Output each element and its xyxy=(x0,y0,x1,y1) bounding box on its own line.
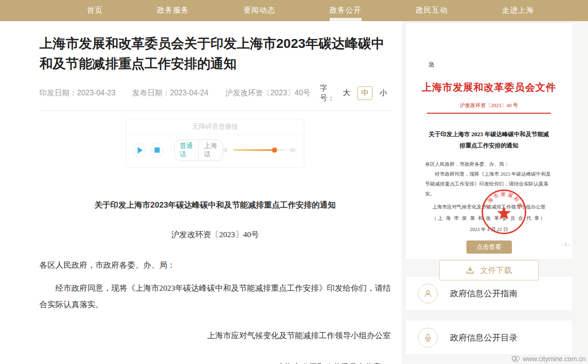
audio-player-controls: 普通话 上海话 xyxy=(126,134,304,167)
gov-info-catalog-label: 政府信息公开目录 xyxy=(450,332,518,343)
print-date: 印发日期：2023-04-23 xyxy=(39,88,116,98)
page-title: 上海市发展和改革委员会关于印发上海市2023年碳达峰碳中和及节能减排重点工作安排… xyxy=(39,33,391,74)
volume-slider[interactable] xyxy=(233,149,285,151)
nav-item-news[interactable]: 要闻动态 xyxy=(243,0,275,21)
download-label: 文件下载 xyxy=(480,265,512,276)
nav-item-home[interactable]: 首页 xyxy=(87,0,103,21)
letterhead-divider xyxy=(427,113,551,114)
nav-item-gov-disclosure[interactable]: 政务公开 xyxy=(330,0,362,21)
play-button[interactable] xyxy=(134,143,145,157)
stop-button[interactable] xyxy=(151,143,162,157)
document-title: 关于印发上海市2023年碳达峰碳中和及节能减排重点工作安排的通知 xyxy=(39,200,391,210)
doc-number-meta: 沪发改环资〔2023〕40号 xyxy=(225,88,310,98)
download-icon xyxy=(466,266,474,274)
person-icon xyxy=(418,284,438,303)
volume-handle[interactable] xyxy=(272,147,277,153)
meta-divider xyxy=(39,110,391,111)
letterhead-doc-number: 沪发改环资〔2023〕40 号 xyxy=(405,102,573,109)
nav-item-services[interactable]: 政务服务 xyxy=(157,0,189,21)
body-paragraph: 经市政府同意，现将《上海市2023年碳达峰碳中和及节能减排重点工作安排》印发给你… xyxy=(39,280,391,313)
document-preview-card: 急 上海市发展和改革委员会文件 沪发改环资〔2023〕40 号 关于印发上海市 … xyxy=(405,23,573,260)
microphone-icon xyxy=(418,328,438,348)
official-seal-icon: 上海市发展和改革委员会 xyxy=(480,188,527,235)
article-panel: 上海市发展和改革委员会关于印发上海市2023年碳达峰碳中和及节能减排重点工作安排… xyxy=(0,21,402,364)
volume-up-icon xyxy=(289,147,296,154)
font-size-control: 字号： 大 中 小 xyxy=(320,84,391,103)
preview-salutation: 各区人民政府，市政府各委、办、局： xyxy=(425,159,553,169)
signer-office: 上海市应对气候变化及节能减排工作领导小组办公室 xyxy=(39,330,391,341)
audio-player-title: 无障碍语音播报 xyxy=(126,119,304,134)
lang-shanghainese-tab[interactable]: 上海话 xyxy=(199,140,223,161)
salutation: 各区人民政府，市政府各委、办、局： xyxy=(39,260,391,271)
font-size-large-button[interactable]: 大 xyxy=(343,88,350,98)
gov-info-catalog-card[interactable]: 政府信息公开目录 xyxy=(405,320,573,355)
urgency-mark: 急 xyxy=(429,61,573,69)
gov-info-guide-label: 政府信息公开指南 xyxy=(450,288,518,299)
gov-info-guide-card[interactable]: 政府信息公开指南 xyxy=(405,276,573,311)
lang-mandarin-tab[interactable]: 普通话 xyxy=(175,140,199,161)
preview-page-number: - 1 - xyxy=(562,242,570,247)
file-download-button[interactable]: 文件下载 xyxy=(439,260,539,280)
language-toggle: 普通话 上海话 xyxy=(174,139,224,161)
nav-item-interaction[interactable]: 政民互动 xyxy=(416,0,448,21)
publish-date: 发布日期：2023-04-24 xyxy=(132,88,209,98)
play-icon xyxy=(138,147,143,154)
stop-icon xyxy=(155,147,160,153)
citymine-logo-icon xyxy=(511,355,520,363)
view-document-button[interactable]: 点击查看 xyxy=(466,240,512,254)
watermark: www.citymine.com.cn xyxy=(511,355,586,363)
audio-player: 无障碍语音播报 普通话 上海话 xyxy=(126,119,304,168)
watermark-url[interactable]: www.citymine.com.cn xyxy=(523,355,586,363)
document-body: 关于印发上海市2023年碳达峰碳中和及节能减排重点工作安排的通知 沪发改环资〔2… xyxy=(39,200,391,364)
article-meta: 印发日期：2023-04-23 发布日期：2023-04-24 沪发改环资〔20… xyxy=(39,84,391,103)
signer-agency: （上海市发展和改革委员会代章） xyxy=(39,362,391,364)
nav-item-about-shanghai[interactable]: 走进上海 xyxy=(502,0,534,21)
font-size-label: 字号： xyxy=(320,84,335,103)
top-nav: 首页 政务服务 要闻动态 政务公开 政民互动 走进上海 xyxy=(0,0,588,21)
volume-control xyxy=(223,147,296,154)
letterhead-title: 上海市发展和改革委员会文件 xyxy=(405,81,573,94)
font-size-medium-button[interactable]: 中 xyxy=(357,86,372,100)
volume-down-icon xyxy=(223,147,229,153)
volume-fill xyxy=(233,149,274,151)
sidebar: 急 上海市发展和改革委员会文件 沪发改环资〔2023〕40 号 关于印发上海市 … xyxy=(405,23,573,355)
font-size-small-button[interactable]: 小 xyxy=(379,88,387,98)
preview-doc-title: 关于印发上海市 2023 年碳达峰碳中和及节能减排重点工作安排的通知 xyxy=(427,129,550,152)
document-number: 沪发改环资〔2023〕40号 xyxy=(39,229,391,240)
